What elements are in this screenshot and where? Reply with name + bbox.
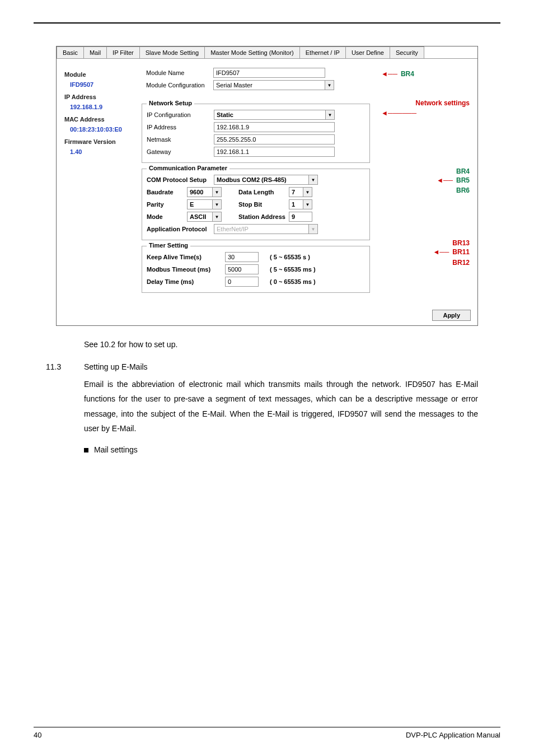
bullet-text: Mail settings (94, 445, 138, 454)
arrow-left-icon: ◄── (437, 176, 453, 184)
ip-label: IP Address (64, 94, 130, 100)
section-number: 11.3 (34, 362, 84, 371)
modbus-timeout-label: Modbus Timeout (ms) (147, 266, 225, 273)
ip-config-label: IP Configuration (147, 111, 214, 118)
section-title: Setting up E-Mails (84, 362, 148, 371)
tab-ethip[interactable]: Ethernet / IP (300, 46, 346, 58)
apply-button[interactable]: Apply (432, 310, 471, 321)
caption-text: See 10.2 for how to set up. (84, 337, 478, 352)
doc-title: DVP-PLC Application Manual (406, 731, 500, 739)
keep-alive-input[interactable] (225, 252, 259, 262)
mac-value: 00:18:23:10:03:E0 (70, 126, 130, 133)
com-protocol-select[interactable] (214, 175, 309, 185)
ann-br4-2: BR4 (381, 167, 470, 176)
tab-mail[interactable]: Mail (84, 46, 107, 58)
netmask-input[interactable] (214, 134, 335, 144)
app-protocol-label: Application Protocol (147, 226, 214, 232)
bullet-item: Mail settings (84, 445, 500, 454)
tab-security[interactable]: Security (390, 46, 424, 58)
gateway-label: Gateway (147, 148, 214, 155)
fw-value: 1.40 (70, 148, 130, 155)
arrow-left-icon: ◄── (381, 70, 397, 78)
mac-label: MAC Address (64, 116, 130, 123)
data-length-select[interactable] (289, 187, 303, 197)
mode-label: Mode (147, 213, 187, 220)
section-heading: 11.3 Setting up E-Mails (34, 362, 500, 371)
modbus-timeout-input[interactable] (225, 264, 259, 274)
annotation-column: ◄──BR4 Network settings ◄────── BR4 ◄──B… (378, 63, 473, 301)
arrow-left-icon: ◄── (433, 248, 449, 256)
chevron-down-icon[interactable]: ▼ (213, 212, 222, 222)
tab-userdef[interactable]: User Define (346, 46, 390, 58)
page-top-rule (34, 22, 500, 24)
station-addr-input[interactable] (289, 212, 312, 222)
keep-alive-range: ( 5 ~ 65535 s ) (270, 254, 337, 260)
data-length-label: Data Length (238, 189, 289, 195)
ann-br5: BR5 (456, 176, 470, 184)
ann-br6: BR6 (381, 186, 470, 195)
timer-setting-legend: Timer Setting (147, 242, 190, 249)
chevron-down-icon[interactable]: ▼ (325, 80, 334, 90)
netmask-label: Netmask (147, 136, 214, 143)
ann-br4: BR4 (401, 70, 414, 78)
sidebar: Module IFD9507 IP Address 192.168.1.9 MA… (61, 63, 134, 301)
module-name-input[interactable] (213, 68, 325, 78)
keep-alive-label: Keep Alive Time(s) (147, 254, 225, 260)
fw-label: Firmware Version (64, 138, 130, 145)
stop-bit-select[interactable] (289, 199, 303, 209)
chevron-down-icon[interactable]: ▼ (326, 110, 335, 120)
app-protocol-select (214, 224, 309, 234)
parity-label: Parity (147, 201, 187, 208)
chevron-down-icon[interactable]: ▼ (309, 175, 318, 185)
chevron-down-icon: ▼ (309, 224, 318, 234)
page-number: 40 (34, 731, 41, 739)
ip-addr-input[interactable] (214, 122, 335, 132)
chevron-down-icon[interactable]: ▼ (303, 187, 312, 197)
station-addr-label: Station Address (238, 213, 289, 220)
stop-bit-label: Stop Bit (238, 201, 289, 208)
modbus-timeout-range: ( 5 ~ 65535 ms ) (270, 266, 337, 273)
delay-time-input[interactable] (225, 277, 259, 287)
baudrate-label: Baudrate (147, 189, 187, 195)
square-bullet-icon (84, 448, 88, 452)
ip-config-select[interactable] (214, 110, 326, 120)
chevron-down-icon[interactable]: ▼ (303, 199, 312, 209)
ann-br11: BR11 (452, 248, 470, 256)
parity-select[interactable] (187, 199, 213, 209)
arrow-left-icon: ◄────── (381, 109, 416, 117)
tab-basic[interactable]: Basic (57, 46, 84, 58)
module-config-label: Module Configuration (146, 82, 213, 88)
page-footer: 40 DVP-PLC Application Manual (34, 727, 500, 739)
baudrate-select[interactable] (187, 187, 213, 197)
delay-time-range: ( 0 ~ 65535 ms ) (270, 278, 337, 285)
network-setup-legend: Network Setup (147, 100, 194, 106)
chevron-down-icon[interactable]: ▼ (213, 187, 222, 197)
ip-value: 192.168.1.9 (70, 104, 130, 110)
network-setup-group: Network Setup IP Configuration ▼ IP Addr… (142, 104, 370, 163)
main-column: Module Name Module Configuration ▼ Netwo… (139, 63, 372, 301)
tab-row: Basic Mail IP Filter Slave Mode Setting … (57, 46, 477, 59)
tab-master[interactable]: Master Mode Setting (Monitor) (205, 46, 300, 58)
tab-slave[interactable]: Slave Mode Setting (140, 46, 205, 58)
ip-addr-label: IP Address (147, 124, 214, 130)
mode-select[interactable] (187, 212, 213, 222)
config-dialog: Basic Mail IP Filter Slave Mode Setting … (56, 46, 478, 326)
timer-setting-group: Timer Setting Keep Alive Time(s) ( 5 ~ 6… (142, 246, 370, 293)
ann-br12: BR12 (381, 258, 470, 268)
module-config-select[interactable] (213, 80, 325, 90)
module-section: Module Name Module Configuration ▼ (142, 68, 370, 98)
tab-ipfilter[interactable]: IP Filter (107, 46, 140, 58)
comm-param-group: Communication Parameter COM Protocol Set… (142, 169, 370, 240)
com-protocol-label: COM Protocol Setup (147, 176, 214, 183)
comm-param-legend: Communication Parameter (147, 165, 229, 171)
module-name-label: Module Name (146, 69, 213, 76)
section-paragraph: Email is the abbreviation of electronic … (84, 377, 478, 436)
delay-time-label: Delay Time (ms) (147, 278, 225, 285)
ann-br13: BR13 (381, 239, 470, 248)
ann-network-settings: Network settings (381, 99, 470, 107)
module-value: IFD9507 (70, 81, 130, 88)
module-label: Module (64, 71, 130, 78)
chevron-down-icon[interactable]: ▼ (213, 199, 222, 209)
gateway-input[interactable] (214, 147, 335, 157)
